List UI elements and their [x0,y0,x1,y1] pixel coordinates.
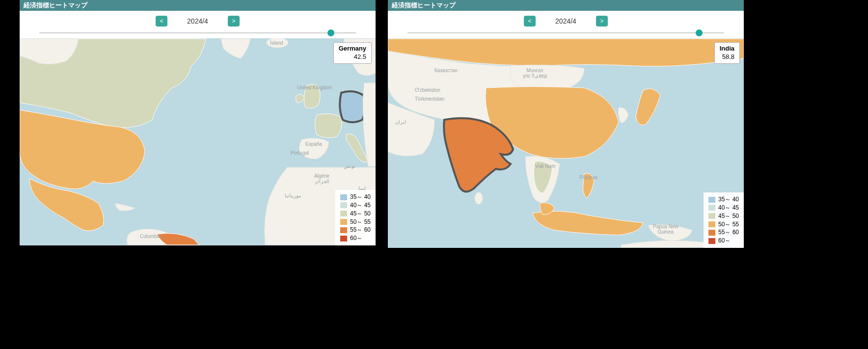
date-controls: < 2024/4 > [20,11,376,29]
legend-swatch [340,227,347,233]
next-button[interactable]: > [228,16,240,27]
map-area[interactable]: Казахстан O'zbekiston Türkmenistan ایران… [388,38,744,248]
country-uk[interactable] [304,84,320,108]
map-svg [20,38,376,245]
country-indonesia[interactable] [533,211,643,235]
legend-swatch [340,202,347,208]
tooltip-value: 42.5 [339,53,366,61]
legend-swatch [340,236,347,242]
landmass-cuba [115,203,135,211]
tooltip-value: 58.8 [720,53,734,61]
title-text: 経済指標ヒートマップ [24,1,87,10]
legend-swatch [708,221,715,227]
legend-swatch [708,197,715,203]
date-label: 2024/4 [555,17,576,25]
slider-track [407,32,724,33]
slider-thumb[interactable] [327,29,334,36]
legend-swatch [708,205,715,211]
legend-swatch [708,238,715,244]
prev-button[interactable]: < [156,16,167,27]
legend-label: 50～ 55 [718,220,739,229]
country-japan[interactable] [636,89,660,125]
legend-swatch [708,213,715,219]
legend-label: 35～ 40 [718,195,739,204]
landmass-iceland [267,38,288,48]
landmass-srilanka [475,192,483,204]
legend-row: 60～ [340,234,371,242]
legend-label: 50～ 55 [350,218,371,226]
map-legend: 35～ 4040～ 4545～ 5050～ 5555～ 6060～ [704,192,744,248]
landmass-australia [621,241,707,247]
prev-button[interactable]: < [524,16,536,27]
legend-label: 40～ 45 [718,204,739,212]
legend-row: 50～ 55 [708,220,739,229]
legend-row: 55～ 60 [708,228,739,237]
legend-label: 60～ [350,234,362,242]
legend-swatch [340,211,347,216]
landmass-greenland [221,39,250,58]
legend-swatch [708,230,715,236]
slider-track [39,32,356,33]
slider-thumb[interactable] [696,29,703,36]
time-slider[interactable] [20,29,376,38]
map-legend: 35～ 4040～ 4545～ 5050～ 5555～ 6060～ [335,190,376,245]
country-philippines[interactable] [583,173,594,198]
country-germany[interactable] [340,91,365,122]
legend-label: 40～ 45 [350,201,371,210]
legend-row: 35～ 40 [708,195,739,204]
legend-label: 45～ 50 [718,212,739,220]
date-label: 2024/4 [187,17,208,25]
landmass-png [648,225,692,241]
legend-label: 55～ 60 [718,228,739,237]
map-svg [388,38,744,248]
legend-row: 60～ [708,237,739,245]
date-controls: < 2024/4 > [388,11,744,29]
title-text: 経済指標ヒートマップ [392,1,456,10]
tooltip-country: Germany [339,45,366,53]
map-tooltip: Germany 42.5 [333,42,372,64]
legend-label: 35～ 40 [350,193,371,201]
legend-row: 45～ 50 [708,212,739,220]
legend-row: 40～ 45 [340,201,371,210]
landmass-east-europe [363,83,376,166]
tooltip-country: India [720,45,734,53]
legend-row: 50～ 55 [340,218,371,226]
legend-label: 45～ 50 [350,210,371,218]
country-korea[interactable] [619,107,628,123]
legend-swatch [340,194,347,200]
heatmap-panel-right: 経済指標ヒートマップ < 2024/4 > [388,0,744,248]
heatmap-panel-left: 経済指標ヒートマップ < 2024/4 > [20,0,376,245]
time-slider[interactable] [388,29,744,38]
panel-title: 経済指標ヒートマップ [20,0,376,11]
legend-label: 55～ 60 [350,226,371,234]
legend-row: 35～ 40 [340,193,371,201]
legend-label: 60～ [718,237,731,245]
legend-row: 55～ 60 [340,226,371,234]
legend-row: 40～ 45 [708,204,739,212]
panel-title: 経済指標ヒートマップ [388,0,744,11]
legend-swatch [340,219,347,225]
country-france[interactable] [315,113,342,137]
country-ireland[interactable] [296,94,305,103]
map-area[interactable]: Ísland United Kingdom España Portugal Al… [20,38,376,245]
map-tooltip: India 58.8 [714,42,740,64]
country-spain[interactable] [299,138,329,159]
legend-row: 45～ 50 [340,210,371,218]
next-button[interactable]: > [596,16,608,27]
